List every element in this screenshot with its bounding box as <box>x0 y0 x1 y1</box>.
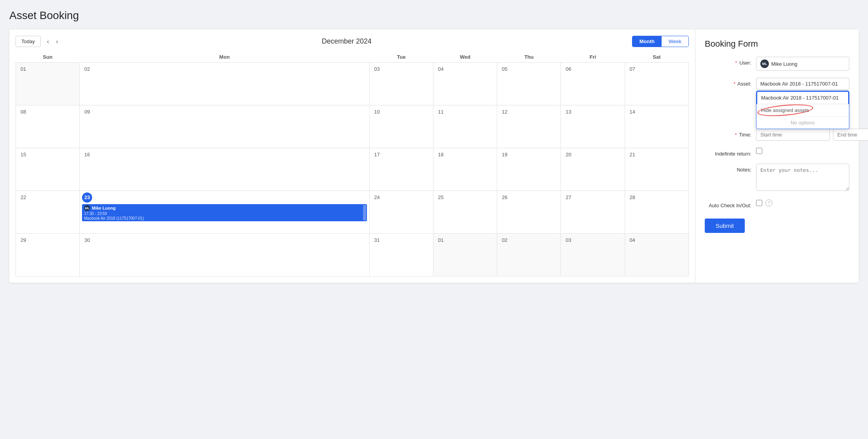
calendar-grid: Sun Mon Tue Wed Thu Fri Sat 01 02 03 04 … <box>16 52 689 276</box>
calendar-day[interactable]: 12 <box>497 105 561 148</box>
time-end-input[interactable] <box>833 129 868 141</box>
col-mon: Mon <box>80 52 369 63</box>
calendar-day[interactable]: 04 <box>433 63 497 105</box>
asset-search-input[interactable] <box>756 91 849 104</box>
time-inputs <box>756 129 868 141</box>
col-tue: Tue <box>369 52 433 63</box>
calendar-day[interactable]: 15 <box>16 148 80 191</box>
page-title: Asset Booking <box>9 9 859 22</box>
view-toggle: Month Week <box>632 36 689 47</box>
asset-field-wrap: Hide assigned assets No options <box>756 78 849 90</box>
calendar-day[interactable]: 27 <box>561 191 625 234</box>
calendar-day[interactable]: 20 <box>561 148 625 191</box>
calendar-day[interactable]: 01 <box>16 63 80 105</box>
auto-check-label: Auto Check In/Out: <box>705 199 751 208</box>
asset-label: * Asset: <box>705 78 751 87</box>
user-avatar: ML <box>760 59 769 68</box>
calendar-day[interactable]: 21 <box>625 148 688 191</box>
notes-field-wrap <box>756 164 849 192</box>
booking-form-section: Booking Form * User: ML Mike Luong * Ass… <box>695 30 859 283</box>
calendar-week-5: 29 30 31 01 02 03 04 <box>16 234 689 276</box>
col-sat: Sat <box>625 52 688 63</box>
month-title: December 2024 <box>64 37 629 45</box>
calendar-day[interactable]: 25 <box>433 191 497 234</box>
user-row: * User: ML Mike Luong <box>705 57 849 71</box>
calendar-day[interactable]: 17 <box>369 148 433 191</box>
calendar-day[interactable]: 19 <box>497 148 561 191</box>
help-icon[interactable]: ? <box>765 199 772 206</box>
calendar-week-4: 22 23 ML Mike Luong 17:30 - 23:59 Macboo… <box>16 191 689 234</box>
hide-assigned-label[interactable]: Hide assigned assets <box>761 107 809 113</box>
week-view-button[interactable]: Week <box>662 36 688 47</box>
calendar-day[interactable]: 29 <box>16 234 80 276</box>
asset-dropdown: Hide assigned assets No options <box>756 91 849 129</box>
calendar-week-1: 01 02 03 04 05 06 07 <box>16 63 689 105</box>
col-fri: Fri <box>561 52 625 63</box>
auto-check-field-wrap: ? <box>756 199 849 206</box>
calendar-day[interactable]: 07 <box>625 63 688 105</box>
calendar-day[interactable]: 03 <box>369 63 433 105</box>
calendar-day[interactable]: 01 <box>433 234 497 276</box>
calendar-day[interactable]: 30 <box>80 234 369 276</box>
form-title: Booking Form <box>705 39 849 49</box>
calendar-day-23[interactable]: 23 ML Mike Luong 17:30 - 23:59 Macbook A… <box>80 191 369 234</box>
today-button[interactable]: Today <box>16 36 41 47</box>
event-time: 17:30 - 23:59 <box>84 212 365 216</box>
scroll-indicator <box>363 205 366 220</box>
calendar-week-2: 08 09 10 11 12 13 14 <box>16 105 689 148</box>
col-thu: Thu <box>497 52 561 63</box>
month-view-button[interactable]: Month <box>632 36 662 47</box>
time-row: * Time: <box>705 129 849 141</box>
calendar-day[interactable]: 13 <box>561 105 625 148</box>
time-label: * Time: <box>705 129 751 138</box>
calendar-week-3: 15 16 17 18 19 20 21 <box>16 148 689 191</box>
time-start-input[interactable] <box>756 129 830 141</box>
calendar-day[interactable]: 04 <box>625 234 688 276</box>
event-asset: Macbook Air 2018 (117517007-01) <box>84 216 365 220</box>
calendar-header: Today ‹ › December 2024 Month Week <box>16 36 689 47</box>
indefinite-label: Indefinite return: <box>705 148 751 157</box>
calendar-day[interactable]: 06 <box>561 63 625 105</box>
calendar-day[interactable]: 09 <box>80 105 369 148</box>
col-wed: Wed <box>433 52 497 63</box>
hide-assigned-wrap: Hide assigned assets <box>761 107 809 113</box>
no-options-label: No options <box>756 117 849 129</box>
nav-arrows: ‹ › <box>44 37 61 47</box>
user-name-text: Mike Luong <box>771 61 797 67</box>
next-month-button[interactable]: › <box>53 37 61 47</box>
submit-button[interactable]: Submit <box>705 219 745 233</box>
calendar-day[interactable]: 10 <box>369 105 433 148</box>
calendar-event[interactable]: ML Mike Luong 17:30 - 23:59 Macbook Air … <box>82 204 367 221</box>
notes-textarea[interactable] <box>756 164 849 191</box>
user-field-wrap: ML Mike Luong <box>756 57 849 71</box>
prev-month-button[interactable]: ‹ <box>44 37 52 47</box>
notes-label: Notes: <box>705 164 751 173</box>
event-avatar: ML <box>84 205 90 211</box>
calendar-day[interactable]: 28 <box>625 191 688 234</box>
col-sun: Sun <box>16 52 80 63</box>
hide-assigned-row: Hide assigned assets <box>756 104 849 117</box>
calendar-day[interactable]: 08 <box>16 105 80 148</box>
calendar-section: Today ‹ › December 2024 Month Week Sun M… <box>9 30 695 283</box>
calendar-day[interactable]: 31 <box>369 234 433 276</box>
calendar-day[interactable]: 26 <box>497 191 561 234</box>
user-input[interactable]: ML Mike Luong <box>756 57 849 71</box>
calendar-day[interactable]: 14 <box>625 105 688 148</box>
calendar-day[interactable]: 02 <box>497 234 561 276</box>
calendar-day[interactable]: 05 <box>497 63 561 105</box>
calendar-day[interactable]: 11 <box>433 105 497 148</box>
calendar-day[interactable]: 18 <box>433 148 497 191</box>
indefinite-checkbox[interactable] <box>756 148 762 154</box>
calendar-day[interactable]: 02 <box>80 63 369 105</box>
calendar-day[interactable]: 22 <box>16 191 80 234</box>
indefinite-field-wrap <box>756 148 849 154</box>
asset-input[interactable] <box>756 78 849 90</box>
time-field-wrap <box>756 129 868 141</box>
indefinite-row: Indefinite return: <box>705 148 849 157</box>
event-user-name: Mike Luong <box>92 206 115 210</box>
calendar-day[interactable]: 03 <box>561 234 625 276</box>
calendar-day[interactable]: 24 <box>369 191 433 234</box>
auto-check-checkbox[interactable] <box>756 200 762 206</box>
calendar-day[interactable]: 16 <box>80 148 369 191</box>
auto-check-row: Auto Check In/Out: ? <box>705 199 849 208</box>
